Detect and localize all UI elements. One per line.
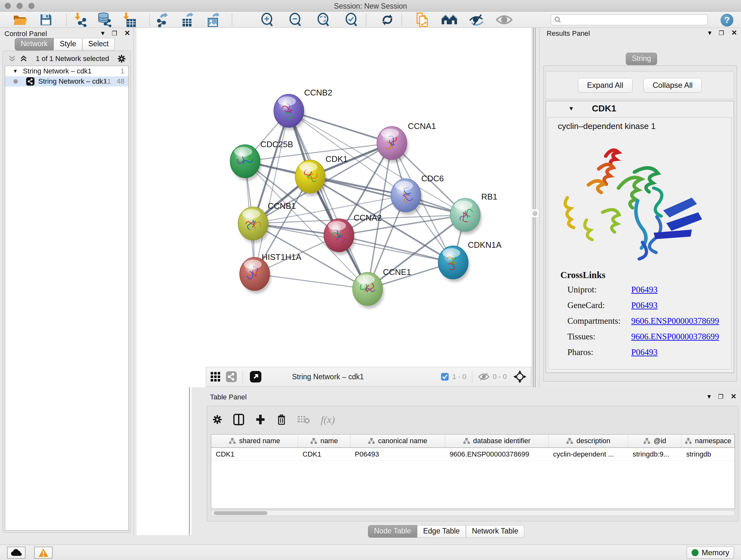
close-panel-icon[interactable]: ✕ — [731, 392, 737, 401]
tab-node-table[interactable]: Node Table — [368, 525, 417, 538]
network-view-icon[interactable] — [226, 371, 237, 382]
tab-network-table[interactable]: Network Table — [466, 525, 524, 538]
network-node-CDC6[interactable]: CDC6 — [391, 174, 444, 215]
open-in-window-icon[interactable] — [250, 371, 261, 382]
documents-icon[interactable] — [412, 13, 432, 27]
add-column-icon[interactable] — [255, 414, 266, 425]
import-network-icon[interactable] — [70, 13, 90, 27]
vertical-divider[interactable] — [533, 28, 534, 387]
tab-string[interactable]: String — [626, 53, 657, 65]
network-node-CDK1[interactable]: CDK1 — [295, 154, 347, 196]
float-panel-icon[interactable]: ❐ — [112, 30, 117, 37]
export-network-icon[interactable] — [152, 13, 172, 27]
column-header-shared-name[interactable]: shared name — [211, 435, 298, 447]
network-row[interactable]: String Network – cdk1 11 48 — [5, 76, 128, 86]
warning-button[interactable] — [34, 547, 53, 559]
export-image-icon[interactable] — [203, 13, 223, 27]
collapse-arrow-icon[interactable]: ▼ — [13, 68, 18, 74]
collapse-all-icon[interactable] — [8, 55, 16, 63]
zoom-in-icon[interactable] — [257, 13, 278, 27]
network-node-CCNE1[interactable]: CCNE1 — [353, 267, 411, 308]
open-folder-icon[interactable] — [10, 13, 30, 27]
column-header-canonical-name[interactable]: canonical name — [350, 435, 445, 447]
network-node-HIST1H1A[interactable]: HIST1H1A — [240, 252, 301, 294]
import-database-icon[interactable] — [94, 13, 115, 27]
table-cell[interactable]: stringdb — [682, 448, 735, 460]
expand-all-button[interactable]: Expand All — [578, 78, 632, 92]
hidden-eye-icon[interactable] — [478, 373, 489, 381]
panel-menu-icon[interactable]: ▾ — [708, 29, 712, 37]
tab-select[interactable]: Select — [82, 38, 115, 51]
float-panel-icon[interactable]: ❐ — [719, 29, 724, 37]
table-cell[interactable]: CDK1 — [211, 448, 298, 460]
tab-style[interactable]: Style — [54, 38, 82, 51]
birds-eye-view-icon[interactable] — [513, 370, 527, 383]
houses-icon[interactable] — [439, 13, 460, 27]
crosslink-link[interactable]: P06493 — [631, 348, 658, 357]
hide-annotations-icon[interactable] — [467, 13, 487, 27]
show-view-icon[interactable] — [494, 13, 515, 27]
memory-button[interactable]: Memory — [687, 547, 734, 559]
column-header-name[interactable]: name — [298, 435, 350, 447]
zoom-selected-icon[interactable] — [341, 13, 362, 27]
table-cell[interactable]: CDK1 — [298, 448, 350, 460]
horizontal-scrollbar[interactable] — [211, 510, 735, 516]
expand-all-icon[interactable] — [19, 55, 28, 63]
import-table-icon[interactable] — [119, 13, 139, 27]
vertical-divider[interactable] — [535, 28, 536, 387]
network-canvas[interactable]: CCNB2CCNA1CDC25BCDK1CDC6RB1CCNB1CCNA2CDK… — [137, 28, 531, 367]
column-header-description[interactable]: description — [549, 435, 628, 447]
crosslink-link[interactable]: P06493 — [631, 285, 658, 295]
refresh-layout-icon[interactable] — [377, 13, 398, 27]
crosslink-link[interactable]: P06493 — [631, 300, 658, 310]
vertical-divider[interactable] — [189, 387, 190, 535]
column-header-namespace[interactable]: namespace — [682, 435, 735, 447]
network-node-CDKN1A[interactable]: CDKN1A — [438, 240, 502, 282]
column-header--id[interactable]: @id — [628, 435, 682, 447]
table-cell[interactable]: cyclin-dependent ... — [549, 448, 628, 460]
delete-table-icon[interactable] — [297, 415, 310, 424]
show-columns-icon[interactable] — [233, 414, 244, 425]
zoom-out-icon[interactable] — [285, 13, 306, 27]
network-collection-row[interactable]: ▼ String Network – cdk1 1 — [5, 66, 128, 76]
splitter-handle[interactable] — [531, 209, 539, 217]
selected-checkbox-icon[interactable] — [441, 373, 449, 381]
save-icon[interactable] — [36, 13, 56, 27]
zoom-fit-icon[interactable] — [313, 13, 334, 27]
string-network-graph[interactable]: CCNB2CCNA1CDC25BCDK1CDC6RB1CCNB1CCNA2CDK… — [137, 28, 531, 367]
table-cell[interactable]: P06493 — [350, 448, 445, 460]
table-row[interactable]: CDK1CDK1P064939606.ENSP00000378699cyclin… — [211, 448, 735, 461]
network-edge[interactable] — [255, 274, 367, 289]
table-cell[interactable]: stringdb:9... — [628, 448, 682, 460]
column-header-database-identifier[interactable]: database identifier — [445, 435, 549, 447]
crosslink-link[interactable]: 9606.ENSP00000378699 — [631, 332, 719, 341]
scrollbar-thumb[interactable] — [214, 511, 267, 515]
panel-menu-icon[interactable]: ▾ — [101, 29, 105, 37]
crosslink-link[interactable]: 9606.ENSP00000378699 — [631, 316, 719, 326]
close-panel-icon[interactable]: ✕ — [731, 29, 737, 37]
search-field[interactable] — [561, 16, 702, 23]
cloud-button[interactable] — [7, 547, 25, 559]
grid-view-icon[interactable] — [210, 371, 221, 382]
export-table-icon[interactable] — [178, 13, 198, 27]
network-edge[interactable] — [339, 235, 453, 262]
node-table[interactable]: shared namenamecanonical namedatabase id… — [211, 434, 735, 509]
collapse-all-button[interactable]: Collapse All — [643, 78, 702, 92]
network-node-RB1[interactable]: RB1 — [450, 192, 497, 234]
tab-network[interactable]: Network — [15, 38, 54, 51]
delete-column-icon[interactable] — [277, 414, 286, 425]
network-node-CCNB2[interactable]: CCNB2 — [274, 88, 332, 130]
search-input[interactable] — [551, 14, 708, 25]
network-node-CCNA1[interactable]: CCNA1 — [377, 121, 436, 163]
function-builder-icon[interactable]: f(x) — [321, 414, 335, 426]
close-panel-icon[interactable]: ✕ — [125, 29, 130, 37]
panel-menu-icon[interactable]: ▾ — [708, 392, 711, 401]
tab-edge-table[interactable]: Edge Table — [417, 525, 466, 538]
table-options-gear-icon[interactable] — [212, 415, 222, 425]
gear-icon[interactable] — [117, 54, 126, 63]
network-edge[interactable] — [289, 111, 367, 289]
help-icon[interactable]: ? — [721, 14, 733, 26]
float-panel-icon[interactable]: ❐ — [718, 393, 724, 400]
collapse-arrow-icon[interactable]: ▼ — [568, 105, 574, 112]
table-cell[interactable]: 9606.ENSP00000378699 — [445, 448, 549, 460]
